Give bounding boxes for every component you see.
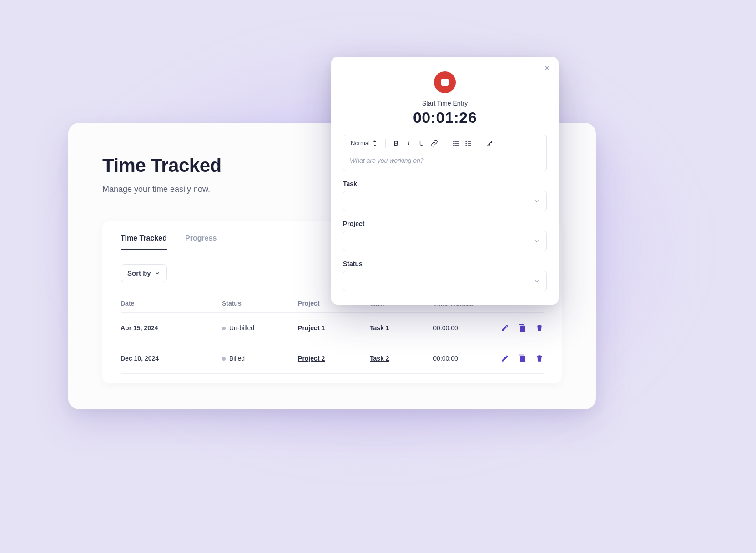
status-field-label: Status <box>343 260 547 267</box>
status-select[interactable] <box>343 271 547 291</box>
task-link[interactable]: Task 1 <box>370 324 389 332</box>
project-select[interactable] <box>343 231 547 251</box>
trash-icon[interactable] <box>535 324 544 332</box>
link-icon[interactable] <box>429 138 439 148</box>
th-date: Date <box>121 294 222 313</box>
table-row: Dec 10, 2024 Billed Project 2 Task 2 00:… <box>121 343 544 374</box>
cell-time-worked: 00:00:00 <box>433 313 501 343</box>
editor-input[interactable]: What are you working on? <box>343 151 546 171</box>
tab-progress[interactable]: Progress <box>185 234 217 250</box>
th-status: Status <box>222 294 298 313</box>
project-field-label: Project <box>343 220 547 227</box>
trash-icon[interactable] <box>535 354 544 362</box>
format-label: Normal <box>351 140 370 146</box>
copy-icon[interactable] <box>518 324 526 332</box>
italic-icon[interactable]: I <box>404 138 414 148</box>
rich-text-editor: Normal B I U What are you working on? <box>343 135 547 171</box>
timer-display: 00:01:26 <box>343 109 547 126</box>
chevron-down-icon <box>534 278 540 284</box>
clear-format-icon[interactable] <box>485 138 495 148</box>
project-link[interactable]: Project 2 <box>298 355 325 362</box>
chevron-down-icon <box>534 238 540 244</box>
svg-point-2 <box>465 144 467 146</box>
edit-icon[interactable] <box>501 324 509 332</box>
time-table: Date Status Project Task Time Worked Apr… <box>121 294 544 374</box>
editor-toolbar: Normal B I U <box>343 135 546 151</box>
table-row: Apr 15, 2024 Un-billed Project 1 Task 1 … <box>121 313 544 343</box>
cell-status: Billed <box>222 343 298 374</box>
unordered-list-icon[interactable] <box>464 138 474 148</box>
sort-button[interactable]: Sort by <box>121 264 167 282</box>
underline-icon[interactable]: U <box>417 138 427 148</box>
stop-timer-button[interactable] <box>434 71 456 93</box>
sort-label: Sort by <box>127 269 151 277</box>
close-icon[interactable]: ✕ <box>544 64 550 72</box>
ordered-list-icon[interactable] <box>451 138 461 148</box>
task-field-label: Task <box>343 180 547 187</box>
cell-time-worked: 00:00:00 <box>433 343 501 374</box>
stop-icon <box>441 79 449 86</box>
start-time-entry-label: Start Time Entry <box>343 100 547 107</box>
status-text: Billed <box>229 355 245 362</box>
edit-icon[interactable] <box>501 354 509 362</box>
status-dot-icon <box>222 357 226 361</box>
chevron-down-icon <box>534 198 540 204</box>
format-select[interactable]: Normal <box>348 138 380 148</box>
cell-date: Apr 15, 2024 <box>121 313 222 343</box>
tab-time-tracked[interactable]: Time Tracked <box>121 234 167 250</box>
chevron-down-icon <box>155 271 160 276</box>
status-text: Un-billed <box>229 324 254 332</box>
project-link[interactable]: Project 1 <box>298 324 325 332</box>
time-entry-modal: ✕ Start Time Entry 00:01:26 Normal B I U <box>331 57 559 305</box>
cell-status: Un-billed <box>222 313 298 343</box>
status-dot-icon <box>222 327 226 330</box>
task-select[interactable] <box>343 191 547 211</box>
bold-icon[interactable]: B <box>391 138 401 148</box>
task-link[interactable]: Task 2 <box>370 355 389 362</box>
cell-date: Dec 10, 2024 <box>121 343 222 374</box>
svg-point-1 <box>465 142 467 144</box>
select-arrows-icon <box>373 140 377 146</box>
svg-point-0 <box>465 141 467 142</box>
copy-icon[interactable] <box>518 354 526 362</box>
